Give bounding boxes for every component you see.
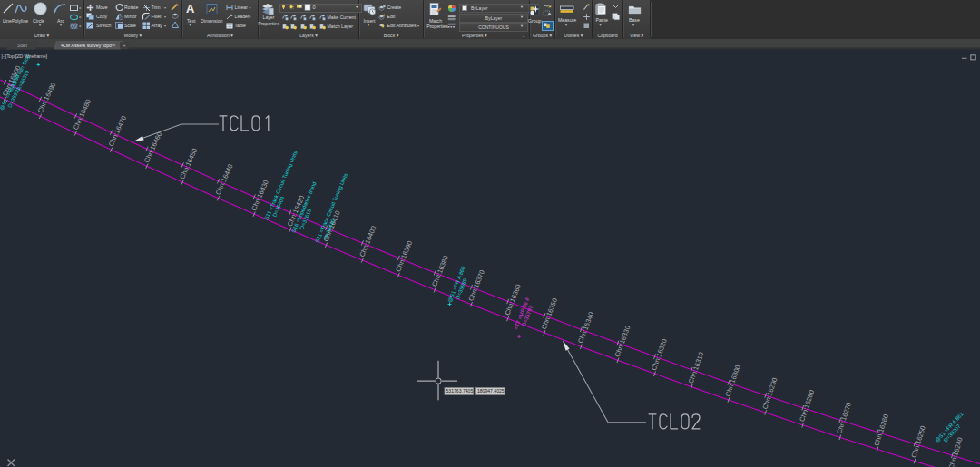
svg-text:Chn:16450: Chn:16450 <box>178 147 199 180</box>
svg-text:Chn:16380: Chn:16380 <box>430 254 450 287</box>
svg-text:Chn:16470: Chn:16470 <box>107 114 128 148</box>
svg-text:Chn:16250: Chn:16250 <box>909 425 926 459</box>
svg-text:Chn:16240: Chn:16240 <box>947 436 965 467</box>
svg-text:Chn:16430: Chn:16430 <box>250 179 270 212</box>
svg-text:Chn:16390: Chn:16390 <box>394 239 414 273</box>
svg-text:Chn:16340: Chn:16340 <box>576 311 595 345</box>
svg-text:Chn:16460: Chn:16460 <box>142 131 163 164</box>
svg-text:Chn:16370: Chn:16370 <box>466 268 486 302</box>
svg-text:[-][Top][2D Wireframe]: [-][Top][2D Wireframe] <box>2 54 48 59</box>
svg-text:Chn:16350: Chn:16350 <box>540 297 559 331</box>
svg-text:Chn:16400: Chn:16400 <box>358 225 377 258</box>
svg-text:Chn:16320: Chn:16320 <box>650 337 669 371</box>
svg-text:Chn:16300: Chn:16300 <box>723 364 741 397</box>
svg-text:Chn:16490: Chn:16490 <box>36 82 58 115</box>
svg-text:Chn:16480: Chn:16480 <box>72 98 93 131</box>
svg-text:Chn:16330: Chn:16330 <box>613 325 632 358</box>
svg-text:180947.4025: 180947.4025 <box>477 388 505 394</box>
svg-text:531763.7405: 531763.7405 <box>446 388 474 394</box>
svg-text:Chn:16260: Chn:16260 <box>872 413 890 447</box>
svg-text:Chn:16280: Chn:16280 <box>798 389 816 423</box>
svg-text:Chn:16440: Chn:16440 <box>214 163 235 197</box>
svg-text:Chn:16290: Chn:16290 <box>760 376 779 410</box>
svg-text:0: 0 <box>313 5 316 10</box>
svg-text:Chn:16310: Chn:16310 <box>687 351 706 384</box>
svg-text:Chn:16270: Chn:16270 <box>835 401 853 434</box>
